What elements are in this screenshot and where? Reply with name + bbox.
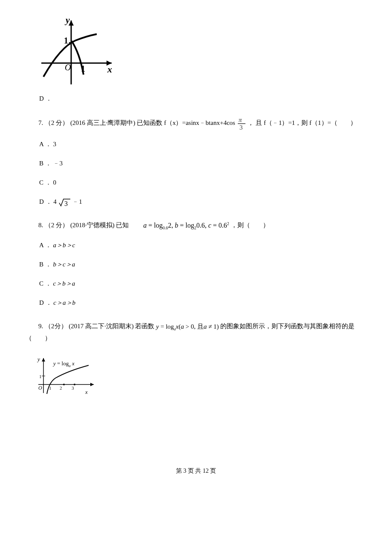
svg-text:2: 2 xyxy=(60,385,62,390)
svg-text:1: 1 xyxy=(39,374,42,379)
q8-optA-label: A ． xyxy=(39,242,53,249)
q8-option-c: C ． c＞b＞a xyxy=(39,278,366,289)
svg-text:y: y xyxy=(64,17,70,25)
page-footer: 第 3 页 共 12 页 xyxy=(26,465,366,476)
q7-option-d: D ． 4 3 ﹣1 xyxy=(39,196,366,208)
q8-option-b: B ． b＞c＞a xyxy=(39,259,366,270)
svg-text:3: 3 xyxy=(239,124,243,131)
q9-line1: 9. （2分） (2017 高二下·沈阳期末) 若函数 y = logax(a … xyxy=(26,323,355,341)
q8-optA-formula: a＞b＞c xyxy=(53,242,75,249)
q8-optD-formula: c＞a＞b xyxy=(53,299,75,306)
q8-optB-label: B ． xyxy=(39,261,53,268)
question-9: 9. （2分） (2017 高二下·沈阳期末) 若函数 y = logax(a … xyxy=(26,321,366,344)
svg-point-19 xyxy=(74,384,75,385)
q9-text-pre: 9. （2分） (2017 高二下·沈阳期末) 若函数 xyxy=(38,323,156,330)
svg-text:3: 3 xyxy=(64,200,68,207)
q7-optD-post: ﹣1 xyxy=(72,198,82,205)
q7-option-a: A ． 3 xyxy=(39,139,366,150)
q8-formula-icon: a = log0.62, b = log20.6, c = 0.62 xyxy=(130,220,229,232)
svg-text:1: 1 xyxy=(49,385,52,390)
q8-text-post: ，则（ ） xyxy=(231,222,269,228)
svg-marker-17 xyxy=(42,358,45,361)
svg-marker-15 xyxy=(90,383,94,386)
q7-text-pre: 7. （2 分） (2016 高三上·鹰潭期中) 已知函数 f（x）=asinx… xyxy=(38,119,235,126)
q6-option-d-label: D ． xyxy=(39,93,366,104)
pi-over-3-icon: π 3 xyxy=(237,116,246,131)
q7-optD-pre: D ． 4 xyxy=(39,198,57,205)
svg-text:x: x xyxy=(85,389,88,395)
q9-formula-icon: y = logax(a > 0, 且a ≠ 1) xyxy=(156,321,219,332)
svg-text:1: 1 xyxy=(64,36,68,45)
q8-optB-formula: b＞c＞a xyxy=(53,261,75,268)
svg-text:y = loga x: y = loga x xyxy=(52,360,75,368)
q8-optD-label: D ． xyxy=(39,299,53,306)
svg-text:O: O xyxy=(65,63,71,72)
q8-option-a: A ． a＞b＞c xyxy=(39,240,366,251)
question-7: 7. （2 分） (2016 高三上·鹰潭期中) 已知函数 f（x）=asinx… xyxy=(26,116,366,208)
q6-optD-graph: y x O 1 1 xyxy=(39,17,366,85)
svg-text:y: y xyxy=(37,356,40,362)
q7-text-post: ， 且 f（﹣1）=1，则 f（1）=（ ） xyxy=(248,119,357,126)
q9-graph: y x O 1 2 3 1 y = loga x xyxy=(34,355,366,397)
svg-text:x: x xyxy=(107,64,112,75)
sqrt-3-icon: 3 xyxy=(58,197,71,208)
q8-option-d: D ． c＞a＞b xyxy=(39,297,366,309)
svg-text:1: 1 xyxy=(81,64,85,73)
q8-optC-formula: c＞b＞a xyxy=(53,280,75,287)
q8-optC-label: C ． xyxy=(39,280,53,287)
svg-text:π: π xyxy=(239,116,242,123)
svg-text:3: 3 xyxy=(72,385,74,390)
q7-option-c: C ． 0 xyxy=(39,177,366,188)
q8-text-pre: 8. （2 分） (2018·宁德模拟) 已知 xyxy=(38,222,130,228)
q7-option-b: B ． ﹣3 xyxy=(39,158,366,169)
question-8: 8. （2 分） (2018·宁德模拟) 已知 a = log0.62, b =… xyxy=(26,220,366,309)
svg-point-18 xyxy=(63,384,65,385)
svg-text:O: O xyxy=(38,385,42,391)
